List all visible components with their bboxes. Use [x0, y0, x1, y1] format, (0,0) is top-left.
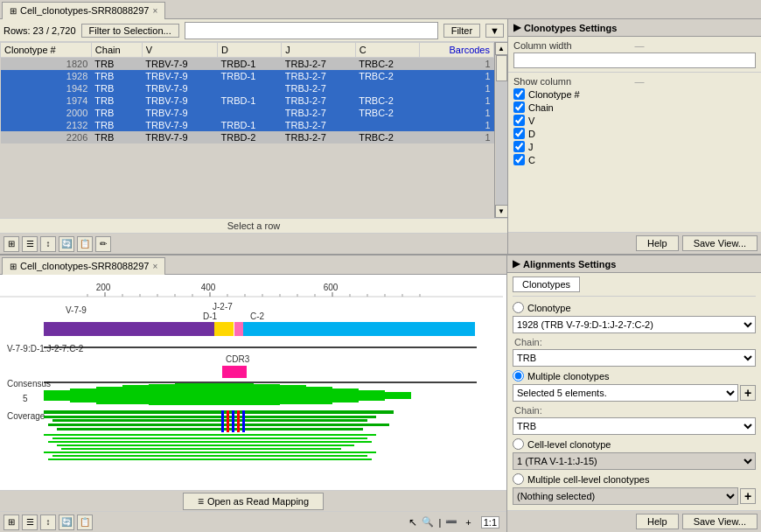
checkbox-cb2[interactable]: [513, 102, 525, 113]
multiple-cell-dropdown[interactable]: (Nothing selected): [513, 487, 738, 505]
clonotypes-save-view-button[interactable]: Save View...: [682, 235, 758, 251]
svg-rect-66: [52, 438, 367, 439]
scroll-down-arrow[interactable]: ▼: [495, 205, 508, 218]
chain-label-1: Chain:: [514, 337, 756, 347]
top-tab-close[interactable]: ×: [152, 6, 157, 16]
scroll-up-arrow[interactable]: ▲: [495, 42, 508, 55]
svg-text:J-2-7: J-2-7: [213, 302, 233, 312]
cell-c: TRBC-2: [355, 70, 419, 82]
svg-rect-42: [70, 388, 96, 402]
svg-rect-31: [243, 322, 313, 336]
open-read-mapping-button[interactable]: ≡ Open as Read Mapping: [183, 493, 324, 510]
vertical-scrollbar[interactable]: ▲ ▼: [494, 42, 507, 218]
zoom-out-icon[interactable]: ➖: [445, 516, 457, 528]
checkbox-cb5[interactable]: [513, 141, 525, 152]
clonotypes-tab[interactable]: Clonotypes: [513, 276, 580, 292]
clonotype-dropdown[interactable]: 1928 (TRB V-7-9:D-1:J-2-7:C-2): [513, 316, 756, 333]
show-column-label: Show column —: [513, 76, 756, 87]
chain-dropdown-2[interactable]: TRB: [513, 417, 756, 435]
table-row[interactable]: 1942TRBTRBV-7-9TRBJ-2-71: [1, 82, 494, 94]
multiple-clonotypes-radio-row: Multiple clonotypes: [513, 370, 756, 382]
cell-chain: TRB: [91, 131, 142, 144]
cell-d: [218, 82, 282, 94]
filter-input[interactable]: [185, 22, 438, 39]
top-tab[interactable]: ⊞ Cell_clonotypes-SRR8088297 ×: [2, 2, 165, 19]
add-multiple-button[interactable]: +: [740, 385, 756, 401]
svg-text:200: 200: [96, 283, 111, 292]
cell-barcodes: 1: [419, 94, 493, 107]
multiple-clonotypes-radio[interactable]: [513, 370, 524, 382]
multiple-cell-radio-row: Multiple cell-level clonotypes: [513, 473, 756, 485]
bottom-tab[interactable]: ⊞ Cell_clonotypes-SRR8088297 ×: [2, 257, 165, 275]
cell-j: TRBJ-2-7: [282, 107, 355, 119]
filter-button[interactable]: Filter: [443, 24, 480, 38]
table-row[interactable]: 1974TRBTRBV-7-9TRBD-1TRBJ-2-7TRBC-21: [1, 94, 494, 107]
svg-text:C-2: C-2: [250, 312, 265, 321]
filter-dropdown-button[interactable]: ▼: [485, 24, 504, 38]
checkbox-cb3[interactable]: [513, 115, 525, 126]
cell-chain: TRB: [91, 119, 142, 131]
svg-rect-59: [57, 428, 363, 430]
table-icon3[interactable]: ↕: [40, 236, 56, 252]
svg-rect-62: [232, 410, 234, 432]
svg-rect-56: [44, 416, 376, 418]
alignments-save-view-button[interactable]: Save View...: [682, 514, 758, 529]
cell-level-radio[interactable]: [513, 438, 524, 450]
checkbox-cb1[interactable]: [513, 88, 525, 100]
table-row[interactable]: 1928TRBTRBV-7-9TRBD-1TRBJ-2-7TRBC-21: [1, 70, 494, 82]
cell-j: TRBJ-2-7: [282, 82, 355, 94]
table-row[interactable]: 2000TRBTRBV-7-9TRBJ-2-7TRBC-21: [1, 107, 494, 119]
checkbox-label-cb5: J: [528, 142, 534, 152]
select-row-bar: Select a row: [0, 218, 507, 233]
svg-text:600: 600: [324, 283, 339, 292]
table-icon2[interactable]: ☰: [22, 236, 38, 252]
align-icon2[interactable]: ☰: [22, 514, 38, 530]
multiple-clonotypes-dropdown[interactable]: Selected 5 elements.: [513, 384, 738, 402]
checkbox-cb4[interactable]: [513, 128, 525, 139]
scroll-thumb[interactable]: [496, 55, 507, 81]
cell-level-dropdown[interactable]: 1 (TRA V-1-1:J-15): [513, 452, 756, 470]
align-icon5[interactable]: 📋: [77, 514, 93, 530]
alignments-settings-header: ▶ Alignments Settings: [507, 256, 761, 273]
col-header-clonotype: Clonotype #: [1, 43, 92, 58]
svg-text:V-7-9: V-7-9: [66, 305, 87, 315]
cell-c: [355, 82, 419, 94]
svg-rect-70: [44, 452, 376, 453]
table-container: Clonotype # Chain V D J C Barcodes 1820T…: [0, 42, 507, 218]
align-icon4[interactable]: 🔄: [59, 514, 74, 530]
table-icon4[interactable]: 🔄: [59, 236, 74, 252]
alignments-help-button[interactable]: Help: [636, 514, 679, 529]
cell-clonotype: 2206: [1, 131, 92, 144]
clonotype-radio[interactable]: [513, 302, 524, 313]
table-icon5[interactable]: 📋: [77, 236, 93, 252]
table-row[interactable]: 2132TRBTRBV-7-9TRBD-1TRBJ-2-71: [1, 119, 494, 131]
add-multiple-cell-button[interactable]: +: [740, 488, 756, 504]
multiple-cell-radio[interactable]: [513, 473, 524, 485]
table-icon1[interactable]: ⊞: [3, 236, 19, 252]
clonotypes-help-button[interactable]: Help: [636, 235, 679, 251]
column-width-input[interactable]: [513, 52, 756, 68]
cell-d: TRBD-2: [218, 131, 282, 144]
scroll-track[interactable]: [496, 55, 507, 205]
align-icon1[interactable]: ⊞: [3, 514, 19, 530]
table-row[interactable]: 1820TRBTRBV-7-9TRBD-1TRBJ-2-7TRBC-21: [1, 58, 494, 71]
alignment-view[interactable]: 200 400 600: [0, 275, 506, 490]
zoom-in-icon[interactable]: 🔍: [422, 516, 434, 528]
svg-rect-67: [48, 441, 372, 443]
chain-dropdown-1[interactable]: TRB: [513, 349, 756, 367]
svg-text:D-1: D-1: [203, 312, 218, 321]
bottom-tab-close[interactable]: ×: [152, 262, 157, 271]
top-tab-bar: ⊞ Cell_clonotypes-SRR8088297 ×: [0, 0, 761, 19]
cell-chain: TRB: [91, 70, 142, 82]
bottom-section: ⊞ Cell_clonotypes-SRR8088297 × 200 400 6…: [0, 256, 761, 532]
cell-d: TRBD-1: [218, 70, 282, 82]
filter-to-selection-button[interactable]: Filter to Selection...: [81, 24, 179, 38]
cell-v: TRBV-7-9: [142, 82, 217, 94]
svg-text:400: 400: [201, 283, 216, 292]
cell-clonotype: 1942: [1, 82, 92, 94]
align-icon3[interactable]: ↕: [40, 514, 56, 530]
second-tab-bar: ⊞ Cell_clonotypes-SRR8088297 ×: [0, 256, 506, 275]
table-row[interactable]: 2206TRBTRBV-7-9TRBD-2TRBJ-2-7TRBC-21: [1, 131, 494, 144]
checkbox-cb6[interactable]: [513, 154, 525, 165]
table-icon6[interactable]: ✏: [95, 236, 111, 252]
